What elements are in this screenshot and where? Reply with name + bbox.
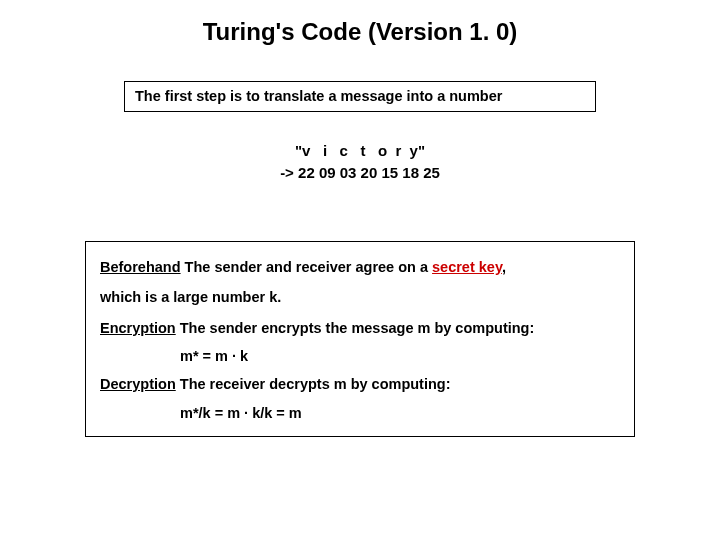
beforehand-text1: The sender and receiver agree on a [181, 259, 432, 275]
encryption-formula: m* = m · k [100, 343, 620, 369]
beforehand-comma: , [502, 259, 506, 275]
decryption-text: The receiver decrypts m by computing: [176, 376, 451, 392]
encoding-block: "v i c t o r y" -> 22 09 03 20 15 18 25 [0, 140, 720, 185]
decryption-formula: m*/k = m · k/k = m [100, 400, 620, 426]
beforehand-line1: Beforehand The sender and receiver agree… [100, 252, 620, 282]
steps-box: Beforehand The sender and receiver agree… [85, 241, 635, 437]
slide-title: Turing's Code (Version 1. 0) [0, 18, 720, 46]
decryption-label: Decryption [100, 376, 176, 392]
intro-box: The first step is to translate a message… [124, 81, 596, 112]
encoding-letters: "v i c t o r y" [0, 140, 720, 163]
encoding-numbers: -> 22 09 03 20 15 18 25 [0, 162, 720, 185]
decryption-line: Decryption The receiver decrypts m by co… [100, 369, 620, 399]
beforehand-line2: which is a large number k. [100, 282, 620, 312]
beforehand-label: Beforehand [100, 259, 181, 275]
intro-text: The first step is to translate a message… [135, 88, 502, 104]
secret-key-text: secret key [432, 259, 502, 275]
encryption-line: Encryption The sender encrypts the messa… [100, 313, 620, 343]
encryption-text: The sender encrypts the message m by com… [176, 320, 535, 336]
encryption-label: Encryption [100, 320, 176, 336]
